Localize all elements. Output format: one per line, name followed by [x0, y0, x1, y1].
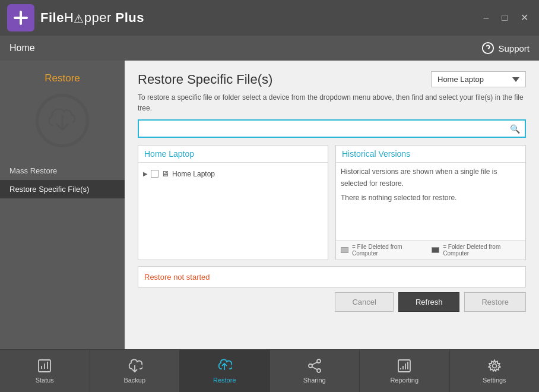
file-tree-body: ▶ 🖥 Home Laptop	[138, 163, 328, 240]
titlebar: FileH⚠pper Plus – □ ✕	[0, 0, 539, 36]
bottom-restore-label: Restore	[213, 377, 236, 384]
bottom-backup-label: Backup	[123, 377, 145, 384]
deleted-file-badge	[341, 247, 348, 253]
content-area: Restore Specific File(s) Home Laptop To …	[125, 61, 539, 349]
bottom-sharing-label: Sharing	[303, 377, 326, 384]
bottom-nav-reporting[interactable]: Reporting	[360, 350, 450, 392]
support-label: Support	[498, 43, 530, 53]
historical-line3: There is nothing selected for restore.	[341, 194, 521, 202]
svg-point-11	[317, 359, 321, 363]
svg-point-12	[309, 364, 312, 368]
device-dropdown-value: Home Laptop	[437, 75, 484, 84]
refresh-button[interactable]: Refresh	[398, 292, 460, 312]
svg-line-14	[312, 362, 317, 365]
file-tree-header: Home Laptop	[138, 146, 328, 163]
computer-icon: 🖥	[161, 169, 169, 178]
tree-item-home-laptop[interactable]: ▶ 🖥 Home Laptop	[143, 167, 323, 180]
svg-line-15	[312, 367, 317, 369]
search-wrap: 🔍	[138, 119, 526, 138]
maximize-button[interactable]: □	[498, 12, 511, 24]
deleted-file-label: = File Deleted from Computer	[352, 244, 423, 257]
tree-expand-icon[interactable]: ▶	[143, 170, 148, 177]
restore-icon	[36, 94, 89, 147]
panels: Home Laptop ▶ 🖥 Home Laptop Historical V…	[138, 145, 526, 260]
legend-footer: = File Deleted from Computer = Folder De…	[336, 240, 525, 260]
close-button[interactable]: ✕	[517, 12, 532, 24]
main-layout: Restore Mass Restore Restore Specific Fi…	[0, 61, 539, 349]
bottom-navigation: Status Backup Restore Sharing	[0, 349, 539, 392]
sidebar: Restore Mass Restore Restore Specific Fi…	[0, 61, 125, 349]
status-text: Restore not started	[144, 273, 210, 282]
bottom-nav-sharing[interactable]: Sharing	[270, 350, 360, 392]
device-dropdown[interactable]: Home Laptop	[431, 71, 526, 87]
tree-item-label: Home Laptop	[172, 170, 215, 178]
sidebar-item-mass-restore[interactable]: Mass Restore	[0, 162, 125, 180]
bottom-settings-label: Settings	[483, 377, 506, 384]
sidebar-title: Restore	[45, 72, 80, 84]
search-icon[interactable]: 🔍	[505, 122, 525, 136]
action-buttons: Cancel Refresh Restore	[138, 291, 526, 312]
historical-versions-body: Historical versions are shown when a sin…	[336, 163, 525, 240]
bottom-status-label: Status	[36, 377, 54, 384]
deleted-folder-badge	[432, 247, 439, 253]
deleted-folder-label: = Folder Deleted from Computer	[443, 244, 521, 257]
historical-versions-header: Historical Versions	[336, 146, 525, 163]
support-button[interactable]: Support	[481, 42, 530, 55]
historical-line1: Historical versions are shown when a sin…	[341, 167, 521, 176]
app-title: FileH⚠pper Plus	[40, 10, 144, 26]
minimize-button[interactable]: –	[480, 12, 492, 24]
restore-button[interactable]: Restore	[464, 292, 526, 312]
svg-rect-16	[398, 360, 410, 372]
svg-point-13	[317, 369, 321, 372]
window-controls: – □ ✕	[480, 12, 532, 24]
historical-versions-panel: Historical Versions Historical versions …	[335, 145, 526, 260]
historical-line2: selected for restore.	[341, 179, 521, 188]
home-nav-label[interactable]: Home	[9, 43, 35, 53]
bottom-nav-restore[interactable]: Restore	[180, 350, 270, 392]
cancel-button[interactable]: Cancel	[335, 292, 393, 312]
content-header: Restore Specific File(s) Home Laptop	[138, 71, 526, 87]
file-tree-panel: Home Laptop ▶ 🖥 Home Laptop	[138, 145, 328, 260]
bottom-nav-backup[interactable]: Backup	[90, 350, 180, 392]
page-title: Restore Specific File(s)	[138, 72, 431, 87]
svg-point-21	[492, 364, 496, 368]
tree-checkbox[interactable]	[151, 170, 158, 178]
status-bar: Restore not started	[138, 266, 526, 287]
description-text: To restore a specific file or folder sel…	[138, 92, 526, 113]
bottom-reporting-label: Reporting	[390, 377, 418, 384]
bottom-nav-status[interactable]: Status	[0, 350, 90, 392]
bottom-nav-settings[interactable]: Settings	[450, 350, 540, 392]
search-input[interactable]	[139, 121, 505, 137]
app-logo	[7, 4, 34, 31]
sidebar-item-restore-specific[interactable]: Restore Specific File(s)	[0, 180, 125, 198]
navbar: Home Support	[0, 36, 539, 61]
